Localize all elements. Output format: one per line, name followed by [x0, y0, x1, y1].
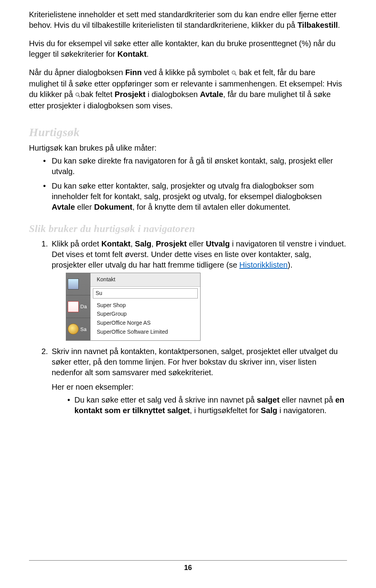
bold: Dokument — [94, 203, 132, 211]
bold: Utvalg — [206, 239, 230, 248]
sidebar-item-kontakt[interactable] — [66, 273, 90, 296]
bold: Finn — [125, 68, 142, 77]
ui-screenshot-mock: Da Sa Kontakt Su Super Shop SuperGroup S… — [66, 273, 201, 341]
bold: Avtale — [52, 203, 75, 211]
list-item: Klikk på ordet Kontakt, Salg, Prosjekt e… — [50, 239, 347, 341]
text: Skriv inn navnet på kontakten, kontaktpe… — [52, 347, 338, 377]
list-item[interactable]: SuperOffice Software Limited — [90, 327, 200, 336]
list-item: Du kan søke direkte fra navigatoren for … — [50, 156, 347, 177]
text: ved å klikke på symbolet — [142, 68, 231, 77]
bold: Kontakt — [101, 239, 130, 248]
historikklisten-link[interactable]: Historikklisten — [239, 261, 287, 269]
text: Klikk på ordet — [52, 239, 101, 248]
text: ). — [287, 261, 292, 269]
examples-label: Her er noen eksempler: — [52, 382, 347, 392]
text: . — [338, 21, 340, 29]
list-item[interactable]: Super Shop — [90, 301, 200, 310]
navigator-sidebar: Da Sa — [66, 273, 90, 340]
list-item: Du kan søke etter kontakter, salg, prosj… — [50, 181, 347, 212]
text: , — [152, 239, 156, 248]
input-value: Su — [96, 290, 102, 297]
page-footer: 16 — [29, 560, 347, 572]
page-number: 16 — [184, 564, 192, 572]
ordered-list: Klikk på ordet Kontakt, Salg, Prosjekt e… — [29, 239, 347, 416]
text: , i hurtigsøkfeltet for — [190, 406, 261, 415]
bold: Prosjekt — [115, 90, 146, 99]
svg-line-1 — [235, 74, 236, 76]
text: Når du åpner dialogboksen — [29, 68, 125, 77]
svg-line-3 — [78, 96, 80, 97]
sidebar-item-dagbok[interactable]: Da — [66, 295, 90, 318]
list-item[interactable]: SuperGroup — [90, 309, 200, 318]
heading-hurtigsok: Hurtigsøk — [29, 124, 347, 140]
bold: Prosjekt — [156, 239, 187, 248]
building-icon — [68, 279, 79, 290]
bold: Salg — [261, 406, 277, 415]
paragraph: Når du åpner dialogboksen Finn ved å kli… — [29, 67, 347, 111]
bold: Kontakt — [118, 50, 146, 58]
list-item: Skriv inn navnet på kontakten, kontaktpe… — [50, 346, 347, 416]
sidebar-item-salg[interactable]: Sa — [66, 318, 90, 340]
list-item[interactable]: SuperOffice Norge AS — [90, 318, 200, 327]
text: . — [146, 50, 149, 58]
search-input[interactable]: Su — [93, 288, 198, 298]
list-item: Du kan søke etter et salg ved å skrive i… — [74, 395, 347, 416]
history-list: Super Shop SuperGroup SuperOffice Norge … — [90, 300, 200, 340]
magnifier-icon — [231, 68, 237, 79]
inner-bullet-list: Du kan søke etter et salg ved å skrive i… — [52, 395, 347, 416]
document-page: Kriterielistene inneholder et sett med s… — [0, 0, 376, 588]
bold: Salg — [135, 239, 151, 248]
text: i dialogboksen — [146, 90, 200, 99]
text: , — [130, 239, 135, 248]
text: Kriterielistene inneholder et sett med s… — [29, 10, 336, 29]
text: i navigatoren. — [277, 406, 327, 415]
paragraph: Kriterielistene inneholder et sett med s… — [29, 9, 347, 31]
text: Hvis du for eksempel vil søke etter alle… — [29, 39, 336, 58]
text: Du kan søke etter et salg ved å skrive i… — [74, 396, 257, 404]
bold: salget — [257, 396, 280, 404]
text: eller navnet på — [280, 396, 335, 404]
dropdown-panel: Kontakt Su Super Shop SuperGroup SuperOf… — [90, 273, 200, 340]
text: bak feltet — [81, 90, 115, 99]
panel-header: Kontakt — [90, 273, 200, 287]
sidebar-item-label: Da — [80, 303, 87, 310]
paragraph: Hvis du for eksempel vil søke etter alle… — [29, 38, 347, 59]
bullet-list: Du kan søke direkte fra navigatoren for … — [29, 156, 347, 212]
lead-text: Hurtigsøk kan brukes på ulike måter: — [29, 143, 347, 153]
bold: Tilbakestill — [297, 21, 338, 29]
text: eller — [187, 239, 206, 248]
calendar-icon — [68, 301, 79, 312]
text: Du kan søke direkte fra navigatoren for … — [52, 156, 333, 176]
svg-point-2 — [76, 93, 79, 96]
text: Du kan søke etter kontakter, salg, prosj… — [52, 182, 322, 201]
svg-point-0 — [232, 71, 235, 74]
bold: Avtale — [200, 90, 223, 99]
text: eller — [75, 203, 94, 211]
magnifier-icon — [75, 90, 81, 101]
text: , for å knytte dem til avtalen eller dok… — [132, 203, 291, 211]
heading-navigator: Slik bruker du hurtigsøk i navigatoren — [29, 222, 347, 236]
sidebar-item-label: Sa — [80, 326, 87, 333]
coins-icon — [68, 324, 79, 334]
